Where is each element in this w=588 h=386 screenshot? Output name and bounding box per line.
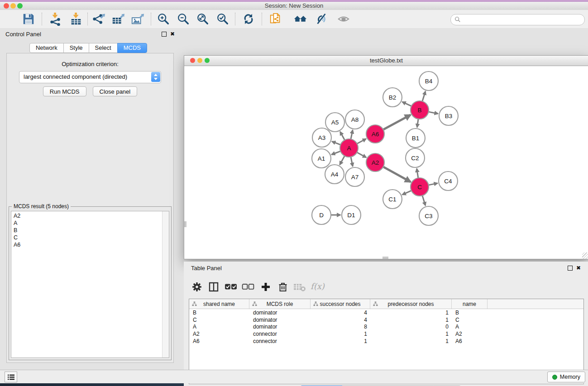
table-panel-window-buttons: ✖ bbox=[568, 266, 581, 271]
cell-mcds-role: dominator bbox=[249, 324, 311, 330]
function-builder-button[interactable]: f(x) bbox=[311, 281, 325, 291]
main-toolbar bbox=[0, 10, 588, 29]
show-all-networks-button[interactable] bbox=[294, 12, 307, 26]
network-close-traffic-light[interactable] bbox=[190, 58, 195, 63]
window-resize-grip[interactable] bbox=[582, 253, 588, 259]
minimize-traffic-light[interactable] bbox=[10, 3, 16, 9]
result-list-scrollbar[interactable] bbox=[162, 211, 169, 357]
column-header-mcds-role[interactable]: MCDS role bbox=[249, 299, 311, 309]
toolbar-separator bbox=[151, 13, 151, 25]
svg-text:C1: C1 bbox=[388, 196, 396, 203]
show-network-button[interactable] bbox=[337, 12, 350, 26]
close-panel-icon[interactable]: ✖ bbox=[576, 266, 581, 271]
task-history-button[interactable] bbox=[5, 372, 17, 382]
desktop: Session: New Session bbox=[0, 0, 588, 386]
search-input[interactable] bbox=[463, 15, 582, 24]
tab-select[interactable]: Select bbox=[89, 43, 118, 53]
svg-text:D1: D1 bbox=[347, 212, 355, 219]
column-header-shared-name[interactable]: shared name bbox=[189, 299, 249, 309]
column-header-predecessor-nodes[interactable]: predecessor nodes bbox=[370, 299, 452, 309]
cell-predecessor-nodes: 1 bbox=[370, 317, 452, 323]
import-table-button[interactable] bbox=[69, 12, 83, 26]
zoom-fit-button[interactable] bbox=[196, 12, 210, 26]
svg-text:A: A bbox=[347, 145, 351, 152]
homes-icon bbox=[294, 12, 307, 26]
run-mcds-button[interactable]: Run MCDS bbox=[43, 86, 86, 96]
table-row[interactable]: Cdominator41C bbox=[189, 316, 583, 324]
deselect-all-button[interactable] bbox=[242, 281, 254, 292]
svg-text:C: C bbox=[417, 184, 422, 191]
refresh-network-button[interactable] bbox=[242, 12, 255, 26]
vertical-scrollbar-thumb[interactable] bbox=[184, 221, 186, 227]
mcds-panel: Optimization criterion: largest connecte… bbox=[6, 53, 174, 363]
column-header-successor-nodes[interactable]: successor nodes bbox=[311, 299, 370, 309]
memory-status-icon bbox=[552, 375, 557, 380]
close-panel-icon[interactable]: ✖ bbox=[170, 32, 175, 37]
cell-shared-name: B bbox=[189, 310, 249, 316]
result-item[interactable]: B bbox=[11, 227, 169, 234]
show-columns-button[interactable] bbox=[208, 281, 219, 292]
delete-table-button[interactable] bbox=[293, 281, 306, 292]
cell-successor-nodes: 1 bbox=[311, 338, 370, 344]
zoom-traffic-light[interactable] bbox=[17, 3, 23, 9]
cell-predecessor-nodes: 1 bbox=[370, 338, 452, 344]
network-graph[interactable]: B4B2BB3A8A5A6A3B1AA1C2A2A4A7C4CC1C3DD1 bbox=[184, 66, 588, 258]
network-minimize-traffic-light[interactable] bbox=[197, 58, 202, 63]
horizontal-scrollbar-thumb[interactable] bbox=[382, 257, 388, 259]
export-network-button[interactable] bbox=[92, 12, 105, 26]
hierarchy-icon bbox=[252, 301, 257, 306]
close-panel-button[interactable]: Close panel bbox=[93, 86, 138, 96]
table-settings-button[interactable] bbox=[191, 281, 202, 292]
export-table-button[interactable] bbox=[111, 12, 125, 26]
select-stepper-icon[interactable] bbox=[151, 72, 160, 82]
table-row[interactable]: Bdominator41B bbox=[189, 309, 583, 316]
svg-text:D: D bbox=[319, 212, 324, 219]
result-item[interactable]: A2 bbox=[11, 212, 169, 219]
app-titlebar[interactable]: Session: New Session bbox=[0, 2, 588, 10]
column-header-name[interactable]: name bbox=[452, 299, 488, 309]
search-field[interactable] bbox=[450, 14, 585, 25]
toolbar-separator bbox=[87, 13, 88, 25]
delete-column-button[interactable] bbox=[277, 281, 288, 292]
zoom-out-button[interactable] bbox=[177, 12, 190, 26]
zoom-in-button[interactable] bbox=[157, 12, 170, 26]
select-all-button[interactable] bbox=[225, 281, 237, 292]
hierarchy-icon bbox=[373, 301, 378, 306]
svg-text:A5: A5 bbox=[331, 119, 339, 126]
tab-style[interactable]: Style bbox=[63, 43, 89, 53]
close-traffic-light[interactable] bbox=[4, 3, 9, 9]
table-row[interactable]: A6connector11A6 bbox=[189, 338, 583, 345]
duplicate-network-button[interactable] bbox=[269, 12, 282, 26]
cell-name: A bbox=[452, 324, 488, 330]
network-canvas[interactable]: B4B2BB3A8A5A6A3B1AA1C2A2A4A7C4CC1C3DD1 bbox=[184, 66, 588, 259]
cell-predecessor-nodes: 1 bbox=[370, 331, 452, 337]
tab-mcds[interactable]: MCDS bbox=[117, 43, 147, 53]
cell-mcds-role: dominator bbox=[249, 317, 311, 323]
float-panel-icon[interactable] bbox=[162, 32, 167, 37]
add-column-button[interactable] bbox=[260, 281, 271, 292]
save-session-button[interactable] bbox=[22, 12, 35, 26]
open-session-button[interactable] bbox=[3, 12, 17, 26]
column-label: shared name bbox=[203, 301, 235, 307]
result-item[interactable]: A6 bbox=[11, 241, 169, 248]
result-item[interactable]: C bbox=[11, 234, 169, 241]
mcds-result-groupbox: MCDS result (5 nodes) A2ABCA6 bbox=[9, 206, 172, 360]
float-panel-icon[interactable] bbox=[568, 266, 573, 271]
network-zoom-traffic-light[interactable] bbox=[205, 58, 210, 63]
tab-network[interactable]: Network bbox=[29, 43, 64, 53]
mcds-buttons-row: Run MCDS Close panel bbox=[7, 86, 173, 96]
status-bar: Memory bbox=[0, 370, 588, 383]
export-image-button[interactable] bbox=[131, 12, 144, 26]
hide-network-button[interactable] bbox=[315, 12, 328, 26]
result-item[interactable]: A bbox=[11, 219, 169, 227]
optimization-criterion-select[interactable]: largest connected component (directed) bbox=[19, 71, 161, 83]
table-row[interactable]: A2connector11A2 bbox=[189, 330, 583, 338]
zoom-selected-icon bbox=[216, 12, 229, 26]
memory-button[interactable]: Memory bbox=[547, 372, 585, 382]
network-window-titlebar[interactable]: testGlobe.txt bbox=[184, 56, 588, 66]
zoom-selected-button[interactable] bbox=[216, 12, 229, 26]
application-window: Session: New Session bbox=[0, 2, 588, 383]
mcds-result-items: A2ABCA6 bbox=[11, 212, 169, 248]
import-network-button[interactable] bbox=[48, 12, 62, 26]
table-row[interactable]: Adominator80A bbox=[189, 323, 583, 330]
